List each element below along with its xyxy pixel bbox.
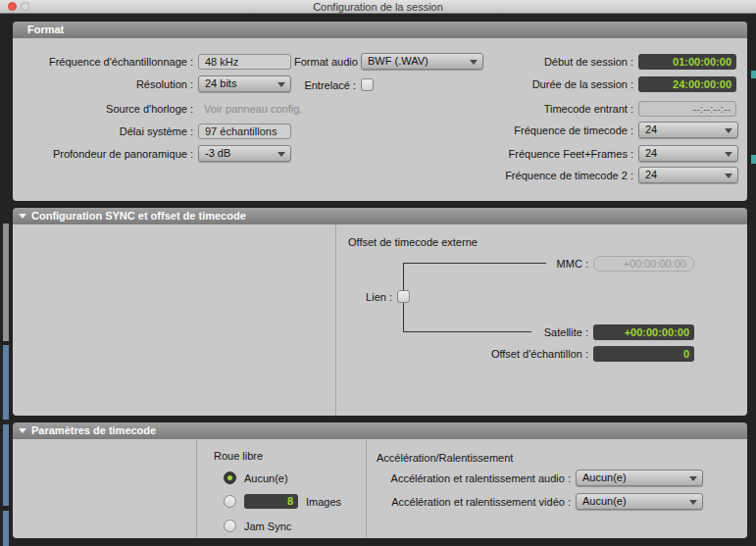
interleaved-checkbox[interactable]	[361, 78, 374, 91]
timecode-rate-2-dropdown[interactable]: 24	[638, 167, 738, 183]
freewheel-jamsync-label: Jam Sync	[244, 521, 291, 532]
timecode-section-title: Paramètres de timecode	[31, 422, 156, 439]
timecode-rate-label: Fréquence de timecode :	[479, 124, 633, 136]
audio-format-label: Format audio :	[294, 56, 356, 68]
dropdown-arrow-icon	[277, 82, 285, 87]
dropdown-arrow-icon	[689, 476, 697, 481]
pull-video-label: Accélération et ralentissement vidéo :	[382, 496, 571, 508]
dropdown-arrow-icon	[689, 500, 697, 505]
freewheel-frames-field[interactable]: 8	[244, 494, 298, 509]
pan-depth-label: Profondeur de panoramique :	[20, 148, 193, 160]
background-app-fragment	[3, 511, 9, 546]
background-app-fragment	[3, 223, 9, 341]
audio-format-row: Format audio : BWF (.WAV)	[294, 53, 483, 70]
dropdown-arrow-icon	[277, 152, 285, 157]
close-button[interactable]	[8, 2, 17, 11]
background-app-fragment	[751, 71, 756, 78]
sample-rate-row: Fréquence d'échantillonnage : 48 kHz	[20, 53, 291, 70]
sync-section-title: Configuration SYNC et offset de timecode	[31, 208, 246, 224]
background-app-fragment	[751, 155, 756, 164]
format-section-header: Format	[13, 22, 747, 38]
external-offset-group-label: Offset de timecode externe	[348, 236, 478, 248]
timecode-section-header[interactable]: Paramètres de timecode	[13, 422, 747, 439]
link-label: Lien :	[324, 291, 392, 303]
sample-offset-row: Offset d'échantillon : 0	[441, 345, 694, 362]
pull-audio-dropdown[interactable]: Aucun(e)	[576, 470, 703, 486]
freewheel-jamsync-radio[interactable]	[224, 520, 236, 532]
feet-frames-rate-dropdown[interactable]: 24	[638, 145, 738, 162]
dropdown-arrow-icon	[725, 174, 732, 178]
session-length-row: Durée de la session : 24:00:00:00	[479, 75, 736, 92]
dropdown-arrow-icon	[725, 152, 732, 157]
satellite-row: Satellite : +00:00:00:00	[441, 323, 694, 340]
timecode-rate-row: Fréquence de timecode : 24	[479, 122, 738, 138]
pan-depth-dropdown[interactable]: -3 dB	[198, 145, 291, 162]
timecode-panel-divider-right	[366, 439, 367, 538]
feet-frames-rate-label: Fréquence Feet+Frames :	[479, 148, 633, 160]
pull-audio-label: Accélération et ralentissement audio :	[382, 472, 571, 484]
freewheel-option-none: Aucun(e)	[224, 470, 288, 486]
dropdown-arrow-icon	[725, 128, 732, 133]
incoming-timecode-row: Timecode entrant : --:--:--:--	[479, 100, 736, 117]
timecode-rate-2-row: Fréquence de timecode 2 : 24	[479, 167, 738, 183]
feet-frames-rate-row: Fréquence Feet+Frames : 24	[479, 145, 738, 162]
satellite-field[interactable]: +00:00:00:00	[593, 324, 694, 340]
window-titlebar[interactable]: Configuration de la session	[0, 0, 756, 14]
clock-source-label: Source d'horloge :	[20, 103, 193, 115]
mmc-row: MMC : +00:00:00:00	[441, 255, 694, 272]
satellite-label: Satellite :	[441, 326, 588, 338]
bit-depth-label: Résolution :	[20, 78, 193, 90]
freewheel-option-jamsync: Jam Sync	[224, 518, 291, 534]
link-row: Lien :	[324, 288, 410, 305]
sample-rate-value: 48 kHz	[198, 54, 291, 70]
audio-format-dropdown[interactable]: BWF (.WAV)	[361, 53, 483, 70]
bit-depth-dropdown[interactable]: 24 bits	[198, 75, 291, 92]
session-length-label: Durée de la session :	[479, 78, 633, 90]
sample-rate-label: Fréquence d'échantillonnage :	[20, 56, 193, 68]
background-app-fragment	[3, 424, 9, 506]
disclosure-triangle-icon	[19, 428, 26, 433]
interleaved-row: Entrelacé :	[294, 76, 374, 93]
timecode-rate-dropdown[interactable]: 24	[638, 122, 738, 138]
pull-video-row: Accélération et ralentissement vidéo : A…	[382, 493, 703, 510]
background-app-fragment	[3, 345, 9, 420]
mmc-field: +00:00:00:00	[593, 256, 694, 272]
pull-video-dropdown[interactable]: Aucun(e)	[576, 493, 703, 510]
freewheel-none-radio[interactable]	[224, 472, 236, 484]
freewheel-group-label: Roue libre	[214, 450, 263, 462]
pull-audio-row: Accélération et ralentissement audio : A…	[382, 470, 703, 486]
session-start-row: Début de session : 01:00:00:00	[479, 53, 736, 70]
freewheel-none-label: Aucun(e)	[244, 472, 288, 484]
session-start-field[interactable]: 01:00:00:00	[638, 54, 736, 70]
freewheel-frames-label: Images	[306, 496, 341, 508]
session-length-field[interactable]: 24:00:00:00	[638, 76, 736, 92]
clock-source-row: Source d'horloge : Voir panneau config.	[20, 100, 302, 117]
link-checkbox[interactable]	[397, 290, 410, 303]
incoming-timecode-field: --:--:--:--	[638, 101, 736, 117]
sample-offset-field[interactable]: 0	[593, 346, 694, 362]
minimize-button[interactable]	[21, 2, 29, 11]
timecode-rate-2-label: Fréquence de timecode 2 :	[479, 170, 633, 181]
format-section-title: Format	[13, 22, 64, 38]
dropdown-arrow-icon	[470, 60, 478, 65]
sync-section-header[interactable]: Configuration SYNC et offset de timecode	[13, 208, 747, 224]
sample-offset-label: Offset d'échantillon :	[441, 348, 588, 360]
disclosure-triangle-icon	[19, 214, 26, 219]
system-delay-value: 97 échantillons	[198, 124, 291, 139]
bit-depth-row: Résolution : 24 bits	[20, 75, 291, 92]
system-delay-row: Délai système : 97 échantillons	[20, 123, 291, 139]
pan-depth-row: Profondeur de panoramique : -3 dB	[20, 145, 291, 162]
sync-section-panel	[13, 224, 747, 416]
interleaved-label: Entrelacé :	[294, 79, 356, 91]
freewheel-frames-radio[interactable]	[224, 495, 236, 508]
incoming-timecode-label: Timecode entrant :	[479, 103, 633, 115]
system-delay-label: Délai système :	[20, 125, 193, 137]
session-start-label: Début de session :	[479, 56, 633, 68]
mmc-label: MMC :	[441, 258, 588, 270]
clock-source-value: Voir panneau config.	[198, 103, 302, 115]
timecode-panel-divider-left	[196, 439, 197, 538]
pull-group-label: Accélération/Ralentissement	[377, 452, 513, 464]
freewheel-option-frames: 8 Images	[224, 493, 341, 510]
sync-panel-divider	[335, 224, 336, 416]
window-title: Configuration de la session	[0, 0, 756, 14]
